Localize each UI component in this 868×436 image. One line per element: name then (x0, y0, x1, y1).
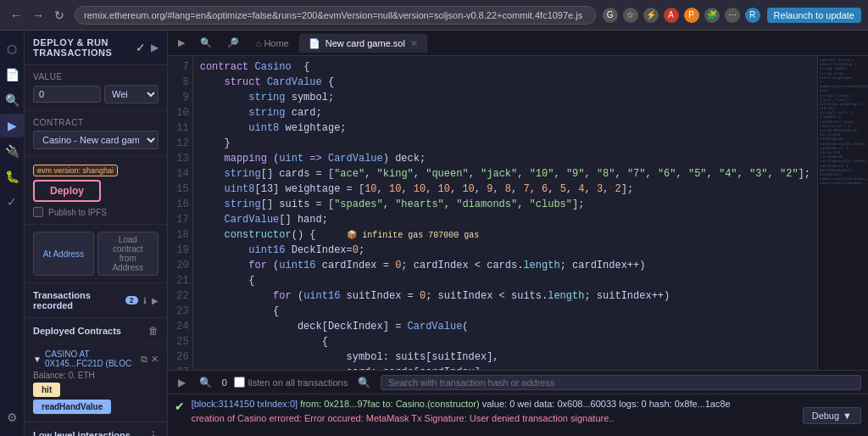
sidebar-icon-search[interactable]: 🔍 (0, 88, 24, 112)
value-label: VALUE (33, 72, 159, 81)
contract-name: CASINO AT 0X145...FC21D (BLOC (45, 349, 137, 368)
contract-name-row: ▼ CASINO AT 0X145...FC21D (BLOC ⧉ ✕ (33, 349, 159, 368)
deploy-button[interactable]: Deploy (33, 180, 101, 202)
extension-icon-2[interactable]: ⚡ (643, 8, 659, 23)
info-icon[interactable]: ℹ (143, 296, 147, 305)
code-container: 7 8 9 10 11 12 13 14 15 16 17 18 19 20 2… (168, 56, 868, 370)
value-input[interactable] (33, 86, 101, 103)
deploy-check-icon: ✓ (136, 41, 146, 54)
logs-data: logs: 0 (619, 399, 646, 409)
search-tx-btn[interactable]: 🔍 (354, 375, 374, 390)
extension-icon-5[interactable]: 🧩 (704, 8, 720, 23)
listen-checkbox[interactable]: listen on all transactions (234, 377, 348, 388)
code-content[interactable]: contract Casino { struct CardValue { str… (193, 56, 817, 370)
to-addr: to: Casino.(constructor) (382, 399, 479, 409)
at-address-button[interactable]: At Address (33, 232, 94, 276)
status-bar: ✔ [block:3114150 txIndex:0] from: 0x218.… (168, 394, 868, 436)
low-level-title: Low level interactions (33, 430, 148, 436)
trash-icon[interactable]: 🗑 (148, 325, 159, 337)
load-contract-button[interactable]: Load contract from Address (97, 232, 159, 276)
listen-checkbox-input[interactable] (234, 377, 245, 388)
contract-caret-icon[interactable]: ▼ (33, 355, 42, 364)
nav-buttons: ← → ↻ (7, 7, 68, 24)
low-level-section: Low level interactions ⋮ CALLDATA Transa… (25, 422, 167, 436)
mini-map: contract Casino {struct CardValue {strin… (817, 56, 868, 370)
sidebar-icon-debug[interactable]: 🐛 (0, 165, 24, 188)
debug-label: Debug (812, 411, 839, 421)
forward-button[interactable]: → (29, 7, 47, 24)
browser-chrome: ← → ↻ remix.ethereum.org/#lang=en&optimi… (0, 0, 868, 31)
play-button[interactable]: ▶ (171, 34, 192, 52)
deployed-contracts-header: Deployed Contracts 🗑 (25, 318, 167, 344)
sidebar-icon-plugin[interactable]: 🔌 (0, 139, 24, 163)
profile-icon[interactable]: R (745, 8, 760, 23)
sidebar-icon-settings[interactable]: ⚙ (0, 405, 24, 429)
deploy-header: DEPLOY & RUN TRANSACTIONS ✓ ▶ (25, 31, 167, 65)
deploy-section: evm version: shanghai Deploy Publish to … (25, 157, 167, 225)
file-tab[interactable]: 📄 New card game.sol ✕ (299, 34, 427, 53)
extension-icon-3[interactable]: A (664, 8, 679, 23)
search-tx-input[interactable] (381, 375, 861, 390)
main-layout: ⬡ 📄 🔍 ▶ 🔌 🐛 ✓ ⚙ DEPLOY & RUN TRANSACTION… (0, 31, 868, 436)
sidebar-icons: ⬡ 📄 🔍 ▶ 🔌 🐛 ✓ ⚙ (0, 31, 25, 436)
tab-close-icon[interactable]: ✕ (410, 38, 418, 49)
tx-count: 0 (222, 377, 227, 388)
address-section: At Address Load contract from Address (25, 225, 167, 283)
value-row: Wei Gwei Finney Ether (33, 85, 159, 103)
address-bar[interactable]: remix.ethereum.org/#lang=en&optimize=fal… (75, 6, 596, 25)
tx-badge: 2 (125, 296, 138, 305)
contract-select[interactable]: Casino - New card game.sol (33, 131, 159, 149)
debug-button[interactable]: Debug ▼ (803, 407, 861, 424)
editor-tabs: ▶ 🔍 🔎 ⌂ Home 📄 New card game.sol ✕ (168, 31, 868, 56)
deploy-title: DEPLOY & RUN TRANSACTIONS (33, 37, 131, 58)
block-info: [block:3114150 txIndex:0] (192, 399, 298, 409)
bottom-play-btn[interactable]: ▶ (175, 375, 189, 390)
url-text: remix.ethereum.org/#lang=en&optimize=fal… (84, 10, 582, 20)
data-data: data: 0x608...60033 (534, 399, 616, 409)
bottom-zoom-btn[interactable]: 🔍 (196, 375, 215, 390)
evm-badge: evm version: shanghai (33, 165, 118, 176)
value-data: value: 0 wei (482, 399, 531, 409)
browser-icons: G ☆ ⚡ A P 🧩 ⋯ R (603, 8, 760, 23)
contract-copy-icon[interactable]: ⧉ (141, 354, 147, 365)
deploy-collapse-icon[interactable]: ▶ (151, 42, 159, 53)
status-text: [block:3114150 txIndex:0] from: 0x218...… (192, 398, 796, 426)
sidebar-icon-files[interactable]: 📄 (0, 63, 24, 87)
deploy-panel: DEPLOY & RUN TRANSACTIONS ✓ ▶ VALUE Wei … (25, 31, 168, 436)
more-icon[interactable]: ⋮ (148, 429, 159, 436)
sidebar-icon-deploy[interactable]: ▶ (0, 114, 24, 137)
publish-checkbox[interactable] (33, 207, 43, 217)
listen-label: listen on all transactions (248, 377, 348, 388)
deployed-contract-item: ▼ CASINO AT 0X145...FC21D (BLOC ⧉ ✕ Bala… (25, 344, 167, 422)
relaunch-button[interactable]: Relaunch to update (767, 8, 861, 23)
tx-title: Transactions recorded (33, 290, 120, 310)
extension-icon-1[interactable]: G (603, 8, 618, 23)
extension-icon-4[interactable]: P (684, 8, 699, 23)
mini-map-content: contract Casino {struct CardValue {strin… (818, 56, 868, 187)
addr-row: At Address Load contract from Address (33, 232, 159, 276)
tx-expand-icon[interactable]: ▶ (152, 296, 159, 305)
hit-button[interactable]: hit (33, 383, 60, 397)
publish-row: Publish to IPFS (33, 207, 159, 217)
back-button[interactable]: ← (7, 7, 25, 24)
reload-button[interactable]: ↻ (51, 7, 68, 24)
value-section: VALUE Wei Gwei Finney Ether (25, 65, 167, 111)
extension-icon-6[interactable]: ⋯ (725, 8, 740, 23)
contract-section: CONTRACT Casino - New card game.sol (25, 111, 167, 157)
home-tab[interactable]: ⌂ Home (248, 35, 298, 52)
sidebar-icon-verify[interactable]: ✓ (0, 190, 24, 214)
search-tab-button[interactable]: 🔎 (220, 34, 246, 52)
status-line-1: [block:3114150 txIndex:0] from: 0x218...… (192, 398, 796, 411)
read-hand-button[interactable]: readHandValue (33, 400, 111, 414)
contract-close-icon[interactable]: ✕ (151, 354, 159, 365)
wei-select[interactable]: Wei Gwei Finney Ether (104, 85, 159, 103)
bookmark-icon[interactable]: ☆ (623, 8, 638, 23)
status-ok-icon: ✔ (175, 400, 185, 413)
sidebar-icon-remix[interactable]: ⬡ (0, 37, 24, 61)
contract-balance: Balance: 0. ETH (33, 371, 159, 380)
zoom-button[interactable]: 🔍 (193, 34, 219, 52)
line-numbers: 7 8 9 10 11 12 13 14 15 16 17 18 19 20 2… (168, 56, 193, 370)
transactions-header[interactable]: Transactions recorded 2 ℹ ▶ (25, 283, 167, 318)
debug-chevron-icon: ▼ (843, 411, 852, 421)
status-error-line: creation of Casino errored: Error occure… (192, 412, 796, 425)
